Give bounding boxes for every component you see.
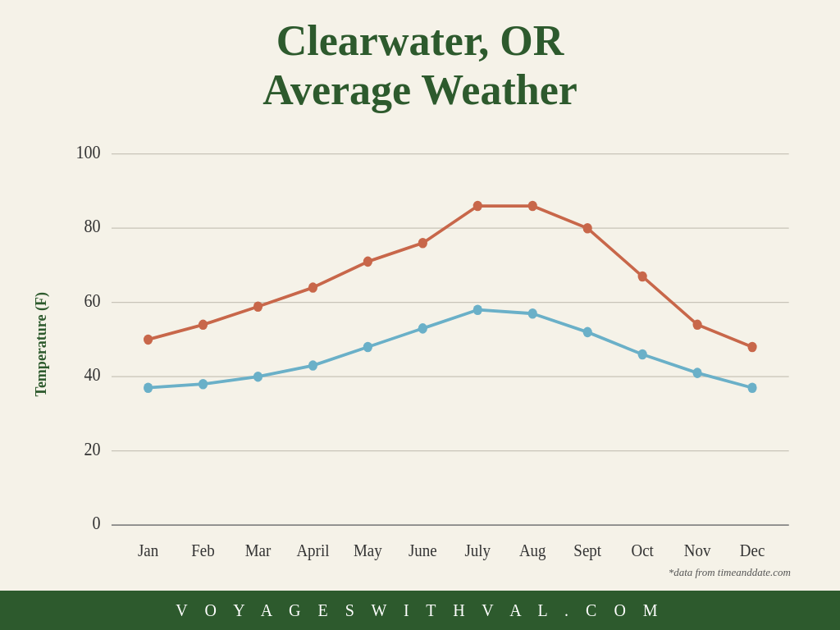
high-dot-nov bbox=[693, 319, 702, 330]
low-temp-line bbox=[148, 309, 752, 387]
high-dot-oct bbox=[638, 271, 647, 281]
svg-text:80: 80 bbox=[84, 216, 100, 236]
svg-text:100: 100 bbox=[75, 141, 100, 162]
chart-title: Clearwater, OR Average Weather bbox=[262, 16, 578, 115]
svg-text:Jan: Jan bbox=[138, 540, 158, 559]
low-dot-sept bbox=[583, 326, 592, 337]
svg-text:July: July bbox=[464, 540, 491, 559]
svg-text:Mar: Mar bbox=[245, 540, 272, 559]
low-dot-jan bbox=[144, 382, 153, 393]
svg-text:40: 40 bbox=[84, 364, 100, 385]
svg-text:60: 60 bbox=[84, 290, 100, 310]
svg-text:May: May bbox=[354, 540, 383, 559]
high-dot-april bbox=[308, 282, 317, 293]
svg-text:20: 20 bbox=[84, 438, 100, 459]
high-temp-line bbox=[148, 206, 752, 347]
svg-text:0: 0 bbox=[93, 513, 101, 533]
high-dot-mar bbox=[253, 301, 262, 312]
chart-svg: 0 20 40 60 80 100 Jan Feb Mar April May … bbox=[57, 123, 807, 566]
svg-text:Dec: Dec bbox=[740, 540, 765, 559]
title-line2: Average Weather bbox=[262, 66, 578, 113]
high-dot-aug bbox=[528, 200, 537, 211]
low-dot-nov bbox=[693, 368, 702, 378]
svg-text:Nov: Nov bbox=[684, 540, 711, 559]
high-dot-june bbox=[418, 238, 427, 249]
low-dot-april bbox=[308, 360, 317, 371]
high-dot-july bbox=[473, 200, 482, 211]
chart-area: 0 20 40 60 80 100 Jan Feb Mar April May … bbox=[57, 123, 807, 566]
low-dot-july bbox=[473, 304, 482, 315]
svg-text:Oct: Oct bbox=[631, 540, 654, 559]
low-dot-may bbox=[363, 341, 372, 352]
svg-text:Aug: Aug bbox=[519, 540, 546, 559]
svg-text:June: June bbox=[409, 540, 437, 559]
high-dot-jan bbox=[144, 334, 153, 345]
svg-text:Sept: Sept bbox=[573, 540, 601, 559]
high-dot-may bbox=[363, 256, 372, 267]
low-dot-aug bbox=[528, 308, 537, 319]
data-source: *data from timeanddate.com bbox=[33, 566, 807, 582]
y-axis-label: Temperature (F) bbox=[33, 292, 50, 396]
high-dot-sept bbox=[583, 222, 592, 233]
high-dot-dec bbox=[747, 341, 756, 352]
low-dot-dec bbox=[747, 382, 756, 393]
footer: V O Y A G E S W I T H V A L . C O M bbox=[0, 591, 840, 630]
low-dot-mar bbox=[253, 371, 262, 381]
chart-container: Temperature (F) 0 20 40 60 80 bbox=[33, 123, 807, 566]
high-dot-feb bbox=[199, 319, 208, 330]
low-dot-oct bbox=[638, 349, 647, 359]
footer-text: V O Y A G E S W I T H V A L . C O M bbox=[176, 601, 664, 620]
low-dot-feb bbox=[199, 379, 208, 390]
svg-text:April: April bbox=[296, 540, 329, 559]
title-line1: Clearwater, OR bbox=[276, 17, 564, 64]
svg-text:Feb: Feb bbox=[191, 540, 214, 559]
low-dot-june bbox=[418, 323, 427, 334]
